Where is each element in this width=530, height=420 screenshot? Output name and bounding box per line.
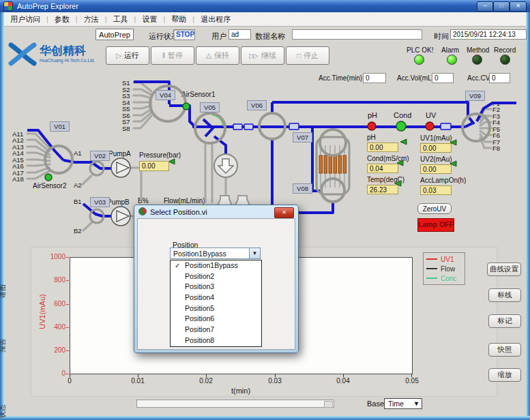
data-name-label: 数据名称 (255, 31, 285, 42)
base-dropdown[interactable]: Time ▼ (384, 398, 422, 409)
menu-item-method[interactable]: 方法 (78, 14, 105, 25)
stop-button[interactable]: □ 停止 (286, 46, 329, 65)
alarm-led (447, 55, 457, 65)
lamp-off-button[interactable]: Lamp OFF (417, 218, 454, 232)
user-input[interactable]: ad (229, 29, 251, 40)
pipe-joints (233, 123, 451, 130)
chart-h-scrollbar[interactable] (136, 400, 334, 408)
hold-icon: △ (206, 52, 210, 59)
side-tab-status[interactable]: 状态 (0, 404, 8, 418)
dropdown-option[interactable]: ✓Position1Bypass (171, 260, 261, 271)
uv1-readout-label: UV1(mAu) (420, 134, 452, 142)
valve-label-v01[interactable]: V01 (50, 121, 70, 132)
maximize-button[interactable]: □ (493, 1, 510, 12)
user-label: 用户 (211, 31, 226, 42)
zoom-button[interactable]: 缩放 (488, 368, 521, 382)
port-label: A18 (12, 175, 24, 183)
legend-item-conc: Conc (426, 275, 462, 282)
dropdown-option[interactable]: Position8 (171, 335, 261, 346)
valve-label-v04[interactable]: V04 (156, 90, 175, 100)
dropdown-option[interactable]: Position7 (171, 325, 261, 335)
x-tick: 0 (58, 377, 81, 385)
pause-button[interactable]: ‖ 暂停 (151, 46, 194, 65)
valve-label-v05[interactable]: V05 (200, 102, 220, 112)
ph-led (368, 122, 376, 130)
acc-cv-value: 0 (489, 73, 510, 83)
column-top-valve[interactable] (320, 130, 346, 155)
option-label: Position5 (185, 304, 214, 312)
menu-item-exit[interactable]: 退出程序 (194, 14, 237, 25)
valve-label-v02[interactable]: V02 (90, 151, 110, 161)
y-tick: 800 (46, 276, 65, 284)
y-tick: 0 (46, 370, 65, 377)
y-tick: 1000 (46, 253, 65, 260)
hold-button[interactable]: △ 保持 (196, 46, 239, 65)
valve-label-v06[interactable]: V06 (247, 100, 267, 110)
method-led-label: Method (467, 46, 489, 54)
mark-button[interactable]: 标记 (488, 314, 521, 328)
valve-label-v09[interactable]: V09 (465, 91, 485, 101)
column-bottom-valve[interactable] (321, 179, 344, 202)
run-button[interactable]: ▷ 运行 (106, 46, 149, 65)
hold-button-label: 保持 (214, 50, 229, 61)
option-label: Position1Bypass (185, 261, 238, 269)
valve-v09[interactable] (462, 114, 490, 141)
zero-uv-button[interactable]: ZeroUV (417, 203, 452, 214)
dropdown-option[interactable]: Position3 (171, 282, 261, 292)
app-icon (3, 1, 13, 11)
a2-label: A2 (74, 181, 82, 189)
valve-v05[interactable] (195, 113, 225, 143)
column-lines (321, 145, 344, 188)
valve-v03[interactable] (90, 209, 104, 223)
a1-label: A1 (74, 149, 82, 157)
autoprep-button[interactable]: AutoPrep (95, 29, 134, 40)
position-combobox[interactable]: Position1Bypass ▼ (170, 247, 261, 259)
valve-v06[interactable] (259, 113, 285, 139)
menu-item-user-access[interactable]: 用户访问 (4, 14, 46, 25)
resume-button[interactable]: ▷▷ 继续 (241, 46, 284, 65)
menu-bar: 用户访问| 参数| 方法| 工具| 设置| 帮助| 退出程序 (4, 12, 526, 27)
valve-label-v07[interactable]: V07 (293, 132, 312, 142)
x-tick: 0.02 (194, 377, 218, 385)
app-window: AutoPrep Explorer ─ □ ✕ 用户访问| 参数| 方法| 工具… (0, 0, 530, 420)
legend-label-conc: Conc (441, 275, 456, 282)
dialog-close-button[interactable]: ✕ (274, 207, 294, 218)
pump-a-icon (111, 158, 130, 177)
dropdown-option[interactable]: Position4 (171, 292, 261, 303)
b-percent-label: B% (138, 197, 149, 205)
cond-sensor-label: Cond (394, 111, 411, 119)
b2-label: B2 (74, 227, 82, 235)
menu-item-settings[interactable]: 设置 (136, 14, 163, 25)
valve-v02[interactable] (90, 162, 104, 175)
flow-label: Flow(mL/min) (164, 197, 205, 205)
valve-label-v03[interactable]: V03 (90, 197, 110, 207)
base-dropdown-value: Time (388, 400, 404, 408)
curve-settings-button[interactable]: 曲线设置 (487, 262, 521, 276)
valve-label-v08[interactable]: V08 (293, 183, 312, 194)
menu-item-help[interactable]: 帮助 (165, 14, 192, 25)
window-border-bottom (0, 416, 530, 420)
marker-line-button[interactable]: 标线 (488, 288, 521, 302)
close-button[interactable]: ✕ (510, 1, 527, 12)
side-tab-report[interactable]: 报告 (0, 339, 8, 352)
base-label: Base: (367, 400, 386, 408)
ph-sensor-label: pH (368, 111, 377, 119)
dropdown-option[interactable]: Position2 (171, 271, 261, 282)
scrollbar-thumb[interactable] (324, 401, 333, 408)
acc-time-value: 0 (363, 73, 386, 83)
acc-time-label: Acc.Time(min) (319, 74, 362, 82)
dropdown-option[interactable]: Position6 (171, 314, 261, 325)
method-led (472, 55, 482, 65)
data-name-input[interactable] (292, 29, 422, 40)
menu-item-parameters[interactable]: 参数 (48, 14, 76, 25)
cond-readout-label: Cond(mS/cm) (367, 155, 409, 162)
dropdown-option[interactable]: Position5 (171, 303, 261, 314)
menu-item-tools[interactable]: 工具 (107, 14, 134, 25)
option-label: Position2 (185, 272, 214, 280)
snapshot-button[interactable]: 快照 (488, 343, 521, 357)
minimize-button[interactable]: ─ (477, 1, 493, 12)
dialog-title-text: Select Position.vi (150, 208, 207, 216)
valve-v01[interactable] (45, 146, 72, 173)
side-tab-chromatogram[interactable]: 谱图 (0, 284, 8, 298)
b1-label: B1 (74, 198, 82, 205)
